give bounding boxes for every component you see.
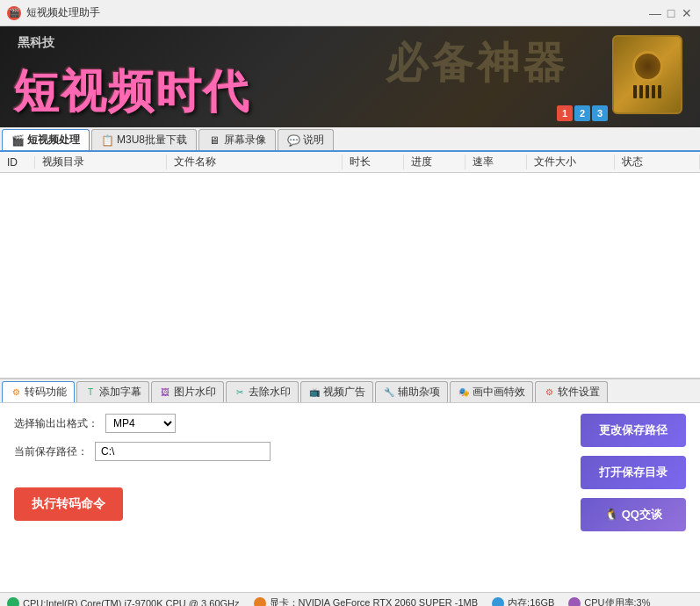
banner-bg-text: 必备神器 [386, 35, 568, 91]
col-size: 文件大小 [527, 155, 615, 170]
tab-m3u8-label: M3U8批量下载 [117, 133, 187, 148]
btab-video-ad-icon: 📺 [308, 386, 321, 399]
maximize-button[interactable]: □ [665, 7, 677, 19]
btab-settings-icon: ⚙ [543, 386, 555, 399]
tab-m3u8-icon: 📋 [101, 134, 113, 147]
table-header: ID 视频目录 文件名称 时长 进度 速率 文件大小 状态 [0, 152, 700, 173]
qq-icon: 🐧 [604, 508, 622, 521]
status-cpu: CPU:Intel(R) Core(TM) i7-9700K CPU @ 3.6… [7, 597, 240, 607]
col-dir: 视频目录 [35, 155, 167, 170]
slot-5 [658, 85, 661, 98]
open-dir-button[interactable]: 打开保存目录 [581, 456, 686, 489]
radio-slots [633, 85, 661, 98]
col-name: 文件名称 [167, 155, 343, 170]
tab-m3u8[interactable]: 📋 M3U8批量下载 [91, 129, 197, 150]
status-cpu-usage: CPU使用率:3% [568, 596, 650, 606]
output-format-select[interactable]: MP4 AVI MKV MOV FLV [105, 414, 176, 433]
btab-settings[interactable]: ⚙ 软件设置 [535, 381, 608, 402]
btab-settings-label: 软件设置 [558, 385, 600, 400]
btab-watermark-remove-label: 去除水印 [249, 385, 291, 400]
btab-watermark-img[interactable]: 🖼 图片水印 [151, 381, 224, 402]
btab-watermark-remove[interactable]: ✂ 去除水印 [226, 381, 299, 402]
tab-screen-icon: 🖥 [208, 134, 220, 147]
memory-label: 内存:16GB [508, 596, 554, 606]
banner: 必备神器 黑科技 短视频时代 1 2 3 [0, 26, 700, 127]
tab-screen[interactable]: 🖥 屏幕录像 [198, 129, 276, 150]
tab-help-label: 说明 [303, 133, 324, 148]
save-path-row: 当前保存路径： [14, 442, 563, 461]
col-id: ID [0, 156, 35, 169]
btab-watermark-img-label: 图片水印 [174, 385, 216, 400]
btab-subtitle-icon: T [84, 386, 97, 399]
bottom-toolbar: ⚙ 转码功能 T 添加字幕 🖼 图片水印 ✂ 去除水印 📺 视频广告 🔧 辅助杂… [0, 379, 700, 403]
output-format-label: 选择输出出格式： [14, 416, 98, 431]
cpu-usage-label: CPU使用率:3% [584, 596, 650, 606]
col-status: 状态 [615, 155, 700, 170]
titlebar-left: 🎬 短视频处理助手 [7, 5, 100, 20]
gpu-dot [254, 597, 266, 607]
control-right: 更改保存路径 打开保存目录 🐧 QQ交谈 [581, 414, 686, 581]
banner-num-3: 3 [592, 105, 608, 121]
btab-special-label: 画中画特效 [473, 385, 525, 400]
close-button[interactable]: ✕ [681, 7, 693, 19]
tab-screen-label: 屏幕录像 [224, 133, 266, 148]
cpu-label: CPU:Intel(R) Core(TM) i7-9700K CPU @ 3.6… [23, 598, 240, 607]
tab-video-icon: 🎬 [11, 134, 24, 147]
cpu-dot [7, 597, 19, 607]
minimize-button[interactable]: — [649, 7, 661, 19]
btab-misc-icon: 🔧 [383, 386, 395, 399]
banner-main-text: 短视频时代 [13, 69, 250, 114]
btab-video-ad-label: 视频广告 [323, 385, 365, 400]
radio-circle [632, 51, 663, 82]
btab-transcode-icon: ⚙ [10, 386, 22, 399]
banner-label: 黑科技 [18, 35, 54, 51]
btab-misc[interactable]: 🔧 辅助杂项 [375, 381, 448, 402]
btab-transcode-label: 转码功能 [25, 385, 67, 400]
btab-video-ad[interactable]: 📺 视频广告 [300, 381, 373, 402]
banner-radio-decoration [612, 35, 682, 114]
table-area: ID 视频目录 文件名称 时长 进度 速率 文件大小 状态 [0, 152, 700, 379]
change-path-button[interactable]: 更改保存路径 [581, 414, 686, 447]
slot-4 [652, 85, 655, 98]
btab-special[interactable]: 🎭 画中画特效 [450, 381, 533, 402]
col-progress: 进度 [404, 155, 465, 170]
banner-numbers: 1 2 3 [557, 105, 608, 121]
execute-transcode-button[interactable]: 执行转码命令 [14, 487, 123, 521]
memory-dot [492, 597, 504, 607]
btab-transcode[interactable]: ⚙ 转码功能 [2, 381, 75, 402]
execute-btn-row: 执行转码命令 [14, 470, 563, 521]
col-duration: 时长 [343, 155, 404, 170]
output-format-row: 选择输出出格式： MP4 AVI MKV MOV FLV [14, 414, 563, 433]
tab-video[interactable]: 🎬 短视频处理 [2, 129, 90, 150]
tab-video-label: 短视频处理 [27, 133, 80, 148]
banner-num-2: 2 [574, 105, 590, 121]
cpu-usage-dot [568, 597, 581, 607]
titlebar: 🎬 短视频处理助手 — □ ✕ [0, 0, 700, 26]
control-left: 选择输出出格式： MP4 AVI MKV MOV FLV 当前保存路径： 执行转… [14, 414, 563, 581]
qq-chat-button[interactable]: 🐧 QQ交谈 [581, 498, 686, 531]
col-speed: 速率 [465, 155, 527, 170]
app-title: 短视频处理助手 [26, 5, 100, 20]
save-path-label: 当前保存路径： [14, 444, 88, 459]
btab-subtitle-label: 添加字幕 [99, 385, 141, 400]
slot-2 [639, 85, 643, 98]
btab-misc-label: 辅助杂项 [398, 385, 440, 400]
tab-help-icon: 💬 [287, 134, 299, 147]
control-panel: 选择输出出格式： MP4 AVI MKV MOV FLV 当前保存路径： 执行转… [0, 403, 700, 592]
gpu-label: 显卡：NVIDIA GeForce RTX 2060 SUPER -1MB [270, 596, 479, 606]
banner-num-1: 1 [557, 105, 573, 121]
slot-1 [633, 85, 637, 98]
btab-special-icon: 🎭 [458, 386, 470, 399]
slot-3 [646, 85, 649, 98]
save-path-input[interactable] [95, 442, 271, 461]
statusbar: CPU:Intel(R) Core(TM) i7-9700K CPU @ 3.6… [0, 592, 700, 606]
status-gpu: 显卡：NVIDIA GeForce RTX 2060 SUPER -1MB [254, 596, 479, 606]
app-icon: 🎬 [7, 6, 21, 20]
btab-watermark-remove-icon: ✂ [234, 386, 246, 399]
btab-subtitle[interactable]: T 添加字幕 [76, 381, 149, 402]
status-memory: 内存:16GB [492, 596, 554, 606]
btab-watermark-img-icon: 🖼 [159, 386, 171, 399]
titlebar-buttons: — □ ✕ [649, 7, 693, 19]
top-tabbar: 🎬 短视频处理 📋 M3U8批量下载 🖥 屏幕录像 💬 说明 [0, 127, 700, 152]
tab-help[interactable]: 💬 说明 [278, 129, 334, 150]
